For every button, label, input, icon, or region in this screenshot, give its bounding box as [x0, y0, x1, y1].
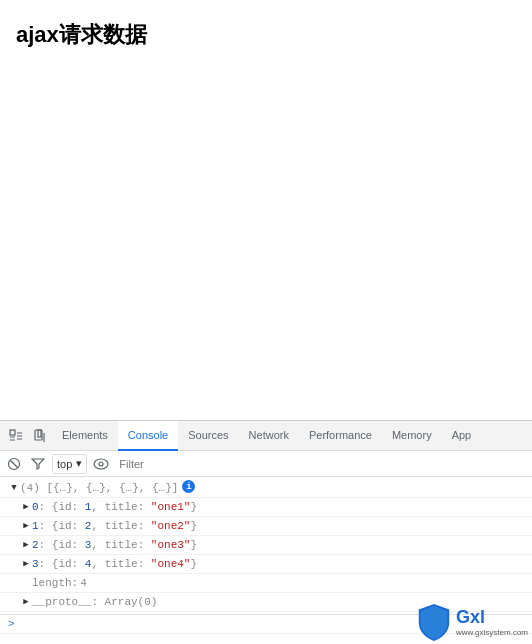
devtools-tabs-bar: Elements Console Sources Network Perform…	[0, 421, 532, 451]
console-prompt-line[interactable]: >	[0, 614, 532, 634]
console-item-2[interactable]: ▶ 2 : {id: 3 , title: "one3" }	[0, 536, 532, 555]
tab-app[interactable]: App	[442, 421, 482, 451]
svg-point-6	[94, 459, 108, 469]
device-toolbar-icon[interactable]	[28, 424, 52, 448]
expand-item-3-icon[interactable]: ▶	[20, 556, 32, 572]
tab-sources[interactable]: Sources	[178, 421, 238, 451]
console-item-1[interactable]: ▶ 1 : {id: 2 , title: "one2" }	[0, 517, 532, 536]
expand-array-icon[interactable]: ▼	[8, 480, 20, 496]
expand-item-1-icon[interactable]: ▶	[20, 518, 32, 534]
svg-rect-0	[10, 430, 15, 435]
expand-item-2-icon[interactable]: ▶	[20, 537, 32, 553]
clear-console-icon[interactable]	[4, 454, 24, 474]
eye-icon[interactable]	[91, 454, 111, 474]
info-icon[interactable]: i	[182, 480, 195, 493]
tab-memory[interactable]: Memory	[382, 421, 442, 451]
console-output: ▼ (4) [{…}, {…}, {…}, {…}] i ▶ 0 : {id: …	[0, 477, 532, 644]
expand-proto-icon[interactable]: ▶	[20, 594, 32, 610]
tab-console[interactable]: Console	[118, 421, 178, 451]
console-toolbar: top ▾	[0, 451, 532, 477]
svg-rect-2	[38, 430, 41, 437]
context-selector[interactable]: top ▾	[52, 454, 87, 474]
filter-input[interactable]	[115, 454, 528, 474]
expand-item-0-icon[interactable]: ▶	[20, 499, 32, 515]
svg-point-7	[99, 462, 103, 466]
main-content: ajax请求数据	[0, 0, 532, 420]
page-title: ajax请求数据	[16, 20, 516, 50]
dropdown-arrow-icon: ▾	[76, 457, 82, 470]
filter-icon[interactable]	[28, 454, 48, 474]
svg-line-5	[11, 460, 18, 467]
console-item-0[interactable]: ▶ 0 : {id: 1 , title: "one1" }	[0, 498, 532, 517]
console-length: length: 4	[0, 574, 532, 593]
console-proto[interactable]: ▶ __proto__: Array(0)	[0, 593, 532, 612]
tab-performance[interactable]: Performance	[299, 421, 382, 451]
tab-elements[interactable]: Elements	[52, 421, 118, 451]
console-array-summary[interactable]: ▼ (4) [{…}, {…}, {…}, {…}] i	[0, 479, 532, 498]
console-prompt-chevron: >	[8, 616, 15, 632]
console-item-3[interactable]: ▶ 3 : {id: 4 , title: "one4" }	[0, 555, 532, 574]
devtools-panel: Elements Console Sources Network Perform…	[0, 420, 532, 644]
inspect-element-icon[interactable]	[4, 424, 28, 448]
tab-network[interactable]: Network	[239, 421, 299, 451]
